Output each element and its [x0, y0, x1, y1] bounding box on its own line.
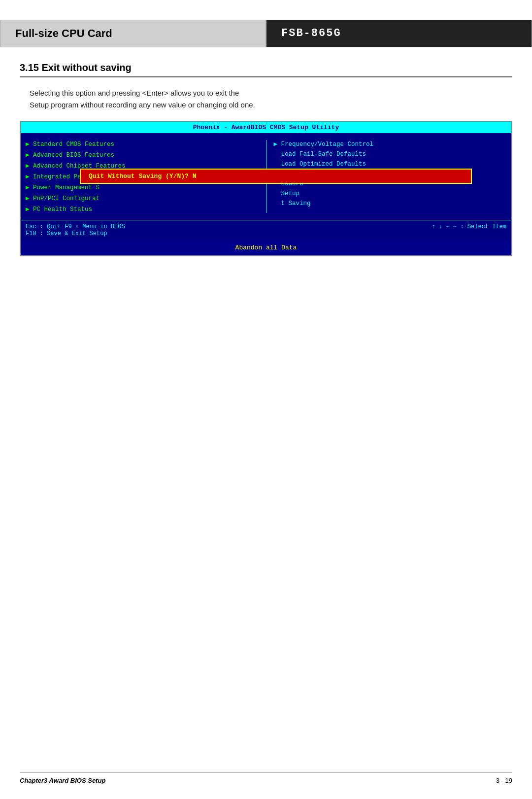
bios-item-optimized: Load Optimized Defaults [274, 161, 507, 168]
bios-item-frequency: ▶ Frequency/Voltage Control [274, 140, 507, 148]
bios-item-failsafe: Load Fail-Safe Defaults [274, 151, 507, 158]
bios-item-advanced-bios: ▶ Advanced BIOS Features [26, 151, 259, 159]
bios-screen: Phoenix - AwardBIOS CMOS Setup Utility ▶… [20, 121, 512, 256]
chapter-label: Chapter3 Award BIOS Setup [20, 777, 105, 784]
quit-dialog: Quit Without Saving (Y/N)? N [80, 169, 472, 184]
bios-item-setup: Setup [274, 190, 507, 197]
section-description: Selecting this option and pressing <Ente… [30, 87, 502, 111]
bios-footer-arrows: ↑ ↓ → ← : Select Item [432, 223, 506, 237]
page-number: 3 - 19 [496, 777, 512, 784]
bios-item-pnppci: ▶ PnP/PCI Configurat [26, 194, 259, 202]
bios-footer-esc: Esc : Quit F9 : Menu in BIOS [26, 223, 125, 230]
bios-footer-f10: F10 : Save & Exit Setup [26, 230, 125, 237]
bios-footer: Esc : Quit F9 : Menu in BIOS F10 : Save … [21, 220, 511, 240]
product-name: Full-size CPU Card [0, 20, 266, 47]
page-footer: Chapter3 Award BIOS Setup 3 - 19 [20, 772, 512, 784]
model-number: FSB-865G [266, 20, 532, 47]
bios-item-health: ▶ PC Health Status [26, 205, 259, 213]
bios-item-saving: t Saving [274, 200, 507, 207]
bios-footer-left: Esc : Quit F9 : Menu in BIOS F10 : Save … [26, 223, 125, 237]
description-line1: Selecting this option and pressing <Ente… [30, 89, 239, 97]
bios-item-standard-cmos: ▶ Standard CMOS Features [26, 140, 259, 148]
page-header: Full-size CPU Card FSB-865G [0, 20, 532, 47]
quit-dialog-text: Quit Without Saving (Y/N)? N [89, 173, 196, 180]
bios-body: ▶ Standard CMOS Features ▶ Advanced BIOS… [21, 133, 511, 220]
description-line2: Setup program without recording any new … [30, 101, 255, 109]
bios-bottom-bar: Abandon all Data [21, 240, 511, 255]
section-title: 3.15 Exit without saving [20, 62, 512, 77]
bios-item-power: ▶ Power Management S [26, 183, 259, 191]
bios-title: Phoenix - AwardBIOS CMOS Setup Utility [21, 122, 511, 133]
